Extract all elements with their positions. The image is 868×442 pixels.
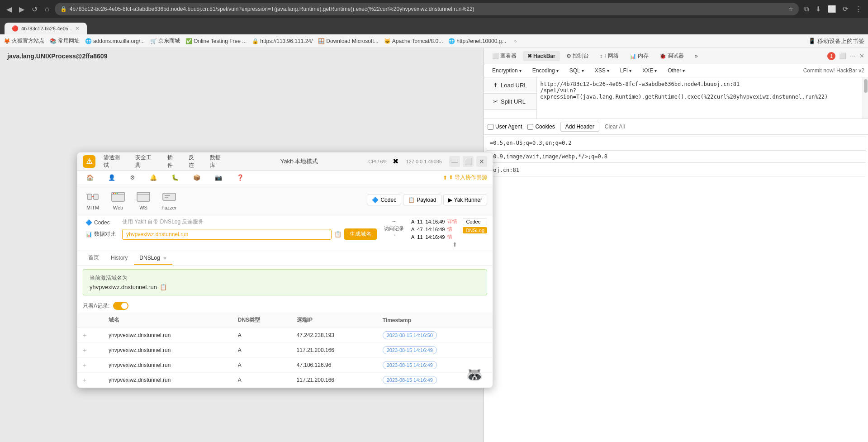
hackbar-field-3[interactable]	[486, 164, 866, 176]
dns-detail-2[interactable]: 情	[447, 226, 452, 233]
extensions-icon[interactable]: ⧉	[802, 3, 811, 15]
hackbar-nav-more[interactable]: »	[690, 51, 702, 61]
yakit-sec-nav-camera[interactable]: 📷	[211, 172, 226, 183]
bookmark-addons[interactable]: 🌐 addons.mozilla.org/...	[85, 38, 145, 44]
copy-domain-icon[interactable]: 📋	[160, 284, 167, 290]
clear-all-button[interactable]: Clear All	[605, 124, 625, 130]
plus-icon-3[interactable]: +	[83, 361, 86, 369]
yakit-import-link[interactable]: ⬆ ⬆ 导入协作资源	[443, 174, 487, 181]
yakit-codec-item-codec[interactable]: 🔷 Codec	[83, 218, 119, 227]
yakit-sec-nav-settings[interactable]: ⚙	[126, 172, 139, 183]
copy-dnslog-icon[interactable]: 📋	[334, 231, 342, 238]
plus-icon-4[interactable]: +	[83, 376, 86, 384]
bookmark-common[interactable]: 📚 常用网址	[50, 37, 80, 45]
hackbar-other-menu[interactable]: Other ▾	[663, 66, 689, 75]
hackbar-url-textarea[interactable]: http://4b783c12-bc26-4e05-8fcf-a3abdbe63…	[539, 79, 861, 115]
hackbar-encryption-menu[interactable]: Encryption ▾	[488, 66, 526, 75]
yakit-payload-button[interactable]: 📋 Payload	[403, 195, 441, 205]
active-tab[interactable]: 🔴 4b783c12-bc26-4e05... ✕	[5, 23, 87, 34]
nav-refresh-button[interactable]: ↺	[30, 3, 39, 15]
yakit-minimize-button[interactable]: —	[449, 156, 460, 167]
address-bar[interactable]: 🔒 4b783c12-bc26-4e05-8fcf-a3abdbe636bd.n…	[55, 3, 799, 15]
more-icon[interactable]: ⋮	[853, 3, 863, 15]
yakit-maximize-button[interactable]: ⬜	[463, 156, 474, 167]
yakit-visit-log[interactable]: → 访问记录→	[384, 218, 404, 238]
yakit-tool-ws[interactable]: WS	[133, 188, 153, 212]
hackbar-xxe-menu[interactable]: XXE ▾	[638, 66, 661, 75]
expand-cell-4[interactable]: +	[77, 373, 103, 388]
yakit-codec-item-compare[interactable]: 📊 数据对比	[83, 229, 119, 239]
yakit-sec-nav-bell[interactable]: 🔔	[146, 172, 161, 183]
yakit-codec-button[interactable]: 🔷 Codec	[367, 195, 401, 205]
close-devtools-icon[interactable]: ✕	[859, 52, 864, 59]
downloads-icon[interactable]: ⬇	[814, 3, 823, 15]
yakit-sec-nav-bug[interactable]: 🐛	[168, 172, 182, 183]
split-url-button[interactable]: ✂ Split URL	[484, 94, 536, 110]
expand-cell-1[interactable]: +	[77, 328, 103, 343]
commit-button[interactable]: Commit now! HackBar v2	[803, 67, 864, 74]
bookmark-https[interactable]: 🔒 https://113.96.111.24/	[252, 38, 313, 44]
yakit-close-button[interactable]: ✕	[476, 156, 487, 167]
add-header-button[interactable]: Add Header	[560, 122, 599, 132]
hackbar-lfi-menu[interactable]: LFI ▾	[616, 66, 636, 75]
sort-up-icon[interactable]: ⬆	[452, 241, 457, 248]
plus-icon-1[interactable]: +	[83, 332, 86, 339]
yakit-nav-reverse[interactable]: 反连	[184, 152, 204, 171]
plus-icon-2[interactable]: +	[83, 347, 86, 354]
hackbar-encoding-menu[interactable]: Encoding ▾	[528, 66, 563, 75]
hackbar-nav-hackbar[interactable]: ✖ HackBar	[523, 51, 560, 61]
cookies-checkbox[interactable]	[527, 124, 533, 130]
yakit-tab-home[interactable]: 首页	[83, 251, 104, 265]
yakit-gen-domain-button[interactable]: 生成域名	[344, 228, 377, 240]
more-bookmarks[interactable]: »	[513, 38, 517, 44]
yakit-nav-security-tools[interactable]: 安全工具	[131, 152, 161, 171]
yakit-yak-runner-button[interactable]: ▶ Yak Runner	[443, 195, 487, 205]
expand-icon[interactable]: ⬜	[839, 52, 846, 59]
profile-icon[interactable]: ⬜	[826, 3, 838, 15]
bookmark-microsoft[interactable]: 🪟 Download Microsoft...	[318, 38, 378, 44]
bookmark-enet[interactable]: 🌐 http://enet.10000.g...	[448, 38, 506, 44]
yakit-nav-pentest[interactable]: 渗透测试	[99, 152, 129, 171]
nav-back-button[interactable]: ◀	[5, 3, 14, 15]
hackbar-scrollbar[interactable]	[863, 77, 868, 119]
dns-detail-3[interactable]: 情	[447, 233, 452, 240]
yakit-tab-dnslog-close[interactable]: ✕	[163, 256, 167, 261]
yakit-sec-nav-help[interactable]: ❓	[233, 172, 247, 183]
load-url-button[interactable]: ⬆ Load URL	[484, 77, 536, 94]
hackbar-nav-debugger[interactable]: 🐞 调试器	[655, 50, 688, 62]
sync-icon[interactable]: ⟳	[841, 3, 850, 15]
hackbar-sql-menu[interactable]: SQL ▾	[565, 66, 588, 75]
bookmark-online-testing[interactable]: ✅ 查看器 Online Testing Free ...	[185, 38, 247, 44]
yakit-tool-web[interactable]: Web	[108, 188, 128, 212]
mobile-bookmarks[interactable]: 📱 移动设备上的书签	[808, 37, 864, 45]
tab-close-icon[interactable]: ✕	[75, 25, 80, 32]
bookmark-firefox[interactable]: 🦊 火狐官方站点	[4, 37, 44, 45]
nav-home-button[interactable]: ⌂	[43, 3, 51, 15]
hackbar-nav-console[interactable]: ⚙ 控制台	[562, 50, 593, 62]
user-agent-checkbox[interactable]	[488, 124, 493, 130]
expand-cell-2[interactable]: +	[77, 343, 103, 358]
nav-forward-button[interactable]: ▶	[17, 3, 26, 15]
hackbar-field-1[interactable]	[486, 137, 866, 149]
yakit-tab-history[interactable]: History	[105, 252, 133, 265]
hackbar-field-2[interactable]	[486, 151, 866, 162]
hackbar-nav-viewer[interactable]: ⬜ 查看器	[488, 50, 521, 62]
hackbar-nav-memory[interactable]: 📊 内存	[625, 50, 653, 62]
more-options-icon[interactable]: ⋯	[850, 52, 856, 59]
bookmark-jd[interactable]: 🛒 京东商城	[150, 37, 180, 45]
hackbar-nav-network[interactable]: ↕ ↕ 网络	[595, 50, 623, 62]
yakit-nav-database[interactable]: 数据库	[205, 152, 230, 171]
hackbar-xss-menu[interactable]: XSS ▾	[590, 66, 614, 75]
yakit-tab-dnslog[interactable]: DNSLog ✕	[134, 252, 172, 265]
yakit-tool-fuzzer[interactable]: Fuzzer	[159, 188, 180, 212]
yakit-tool-mitm[interactable]: MITM	[83, 188, 103, 212]
yakit-sec-nav-home[interactable]: 🏠	[83, 172, 97, 183]
yakit-toggle[interactable]	[113, 302, 128, 310]
yakit-sec-nav-box[interactable]: 📦	[190, 172, 204, 183]
dns-detail-1[interactable]: 详情	[447, 218, 457, 225]
yakit-sec-nav-avatar[interactable]: 👤	[104, 172, 119, 183]
yakit-nav-plugins[interactable]: 插件	[163, 152, 182, 171]
expand-cell-3[interactable]: +	[77, 358, 103, 373]
bookmark-star-icon[interactable]: ☆	[788, 6, 793, 12]
bookmark-tomcat[interactable]: 🐱 Apache Tomcat/8.0...	[384, 38, 443, 44]
